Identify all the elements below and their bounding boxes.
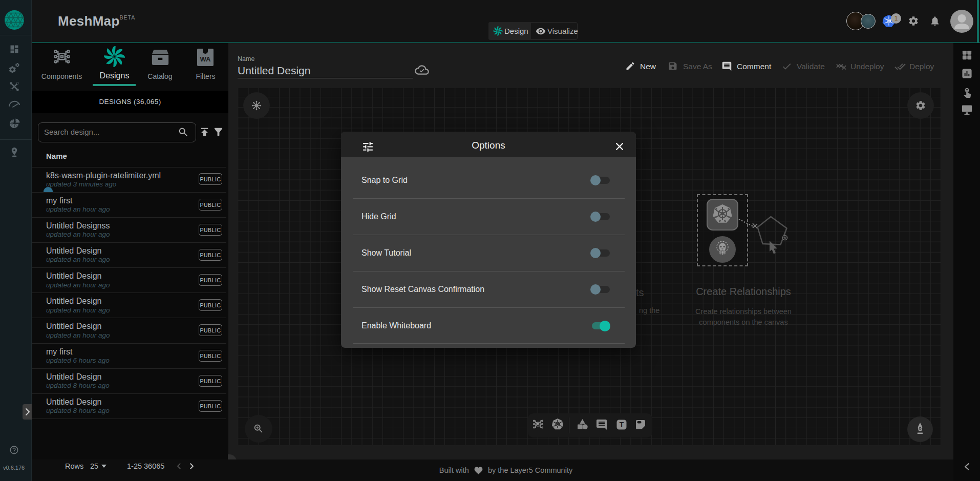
svg-text:T: T <box>620 421 624 429</box>
svg-text:WA: WA <box>200 55 211 63</box>
